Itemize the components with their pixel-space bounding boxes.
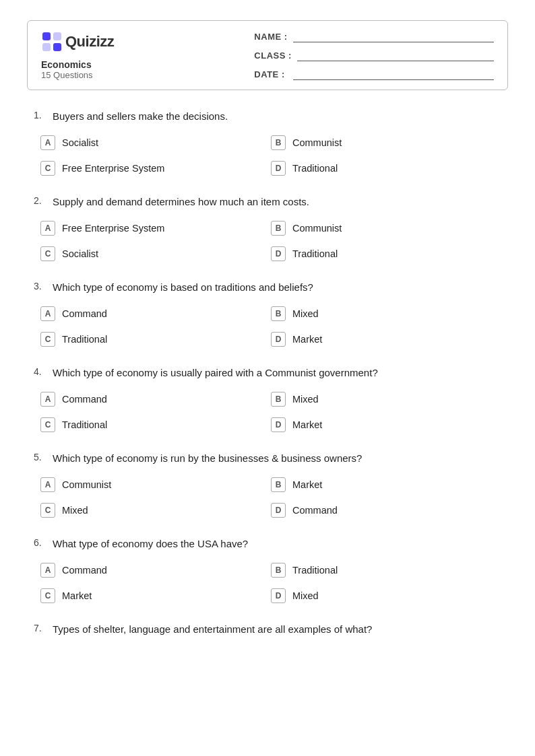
option-6-b[interactable]: BTraditional	[271, 560, 501, 580]
options-grid-5: ACommunistBMarketCMixedDCommand	[34, 475, 501, 520]
option-badge-6-c: C	[40, 588, 55, 603]
question-row-6: 6.What type of economy does the USA have…	[34, 537, 501, 551]
option-text-2-c: Socialist	[62, 248, 98, 259]
question-num-2: 2.	[34, 195, 53, 206]
option-text-6-c: Market	[62, 590, 92, 601]
option-1-a[interactable]: ASocialist	[40, 133, 271, 153]
option-3-a[interactable]: ACommand	[40, 304, 271, 324]
option-3-c[interactable]: CTraditional	[40, 329, 271, 349]
option-5-a[interactable]: ACommunist	[40, 475, 271, 495]
option-6-d[interactable]: DMixed	[271, 586, 501, 606]
option-badge-6-b: B	[271, 563, 286, 578]
question-row-5: 5.Which type of economy is run by the bu…	[34, 451, 501, 465]
header-right: NAME : CLASS : DATE :	[241, 30, 494, 80]
options-grid-1: ASocialistBCommunistCFree Enterprise Sys…	[34, 133, 501, 178]
option-text-1-b: Communist	[292, 137, 342, 148]
option-badge-5-b: B	[271, 477, 286, 492]
option-badge-2-d: D	[271, 246, 286, 261]
option-6-a[interactable]: ACommand	[40, 560, 271, 580]
option-badge-3-b: B	[271, 306, 286, 321]
quizizz-logo-icon	[41, 31, 63, 53]
option-1-d[interactable]: DTraditional	[271, 158, 501, 178]
option-badge-3-a: A	[40, 306, 55, 321]
option-text-6-b: Traditional	[292, 565, 338, 576]
option-2-d[interactable]: DTraditional	[271, 244, 501, 264]
option-badge-1-d: D	[271, 161, 286, 176]
option-text-4-c: Traditional	[62, 419, 107, 430]
question-num-6: 6.	[34, 537, 53, 548]
option-5-d[interactable]: DCommand	[271, 500, 501, 520]
logo-text: Quizizz	[65, 33, 114, 50]
option-badge-1-b: B	[271, 135, 286, 150]
option-text-6-d: Mixed	[292, 590, 319, 601]
option-text-4-d: Market	[292, 419, 322, 430]
question-row-7: 7.Types of shelter, language and enterta…	[34, 622, 501, 636]
option-4-c[interactable]: CTraditional	[40, 415, 271, 435]
question-num-4: 4.	[34, 366, 53, 377]
question-block-6: 6.What type of economy does the USA have…	[34, 537, 501, 606]
subject-count: 15 Questions	[41, 70, 241, 80]
question-text-2: Supply and demand determines how much an…	[53, 195, 309, 209]
option-badge-2-b: B	[271, 221, 286, 236]
question-row-2: 2.Supply and demand determines how much …	[34, 195, 501, 209]
option-badge-6-d: D	[271, 588, 286, 603]
option-badge-4-d: D	[271, 417, 286, 432]
header-left: Quizizz Economics 15 Questions	[41, 30, 241, 80]
class-label: CLASS :	[254, 50, 292, 61]
question-num-7: 7.	[34, 622, 53, 633]
question-block-2: 2.Supply and demand determines how much …	[34, 195, 501, 264]
class-field-row: CLASS :	[254, 49, 494, 61]
option-1-b[interactable]: BCommunist	[271, 133, 501, 153]
option-badge-2-c: C	[40, 246, 55, 261]
question-row-1: 1.Buyers and sellers make the decisions.	[34, 109, 501, 123]
option-badge-5-c: C	[40, 503, 55, 518]
class-line	[297, 49, 494, 61]
option-4-a[interactable]: ACommand	[40, 389, 271, 409]
option-text-6-a: Command	[62, 565, 107, 576]
option-badge-5-d: D	[271, 503, 286, 518]
subject-title: Economics	[41, 59, 241, 70]
option-6-c[interactable]: CMarket	[40, 586, 271, 606]
svg-rect-3	[53, 43, 61, 51]
questions-section: 1.Buyers and sellers make the decisions.…	[27, 109, 508, 636]
option-text-1-d: Traditional	[292, 163, 338, 174]
option-badge-1-a: A	[40, 135, 55, 150]
option-badge-6-a: A	[40, 563, 55, 578]
option-text-3-b: Mixed	[292, 308, 319, 319]
options-grid-6: ACommandBTraditionalCMarketDMixed	[34, 560, 501, 606]
option-2-b[interactable]: BCommunist	[271, 218, 501, 238]
option-text-4-a: Command	[62, 394, 107, 405]
question-block-1: 1.Buyers and sellers make the decisions.…	[34, 109, 501, 178]
question-text-3: Which type of economy is based on tradit…	[53, 280, 313, 294]
option-3-d[interactable]: DMarket	[271, 329, 501, 349]
question-text-1: Buyers and sellers make the decisions.	[53, 109, 228, 123]
option-text-1-a: Socialist	[62, 137, 98, 148]
date-line	[293, 68, 494, 80]
option-2-c[interactable]: CSocialist	[40, 244, 271, 264]
date-field-row: DATE :	[254, 68, 494, 80]
question-block-4: 4.Which type of economy is usually paire…	[34, 366, 501, 435]
header-box: Quizizz Economics 15 Questions NAME : CL…	[27, 20, 508, 90]
option-5-b[interactable]: BMarket	[271, 475, 501, 495]
logo: Quizizz	[41, 31, 241, 53]
question-num-1: 1.	[34, 109, 53, 121]
options-grid-3: ACommandBMixedCTraditionalDMarket	[34, 304, 501, 349]
svg-rect-1	[53, 32, 61, 40]
option-2-a[interactable]: AFree Enterprise System	[40, 218, 271, 238]
question-text-5: Which type of economy is run by the busi…	[53, 451, 362, 465]
option-text-1-c: Free Enterprise System	[62, 163, 164, 174]
question-num-5: 5.	[34, 451, 53, 462]
option-badge-1-c: C	[40, 161, 55, 176]
option-1-c[interactable]: CFree Enterprise System	[40, 158, 271, 178]
option-text-5-d: Command	[292, 505, 338, 516]
options-grid-2: AFree Enterprise SystemBCommunistCSocial…	[34, 218, 501, 264]
option-3-b[interactable]: BMixed	[271, 304, 501, 324]
question-block-5: 5.Which type of economy is run by the bu…	[34, 451, 501, 520]
option-text-2-b: Communist	[292, 223, 342, 234]
question-text-6: What type of economy does the USA have?	[53, 537, 248, 551]
option-4-d[interactable]: DMarket	[271, 415, 501, 435]
option-5-c[interactable]: CMixed	[40, 500, 271, 520]
question-text-7: Types of shelter, language and entertain…	[53, 622, 372, 636]
question-block-7: 7.Types of shelter, language and enterta…	[34, 622, 501, 636]
option-4-b[interactable]: BMixed	[271, 389, 501, 409]
